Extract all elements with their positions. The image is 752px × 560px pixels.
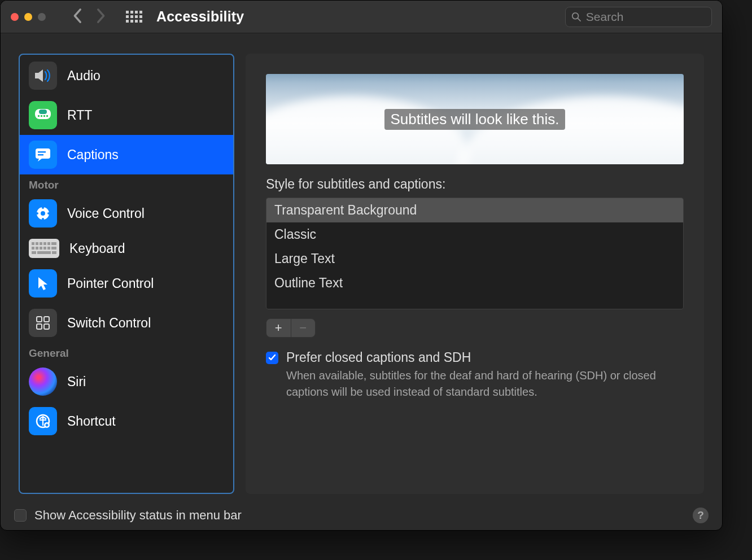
sidebar-item-shortcut[interactable]: Shortcut — [20, 401, 233, 441]
svg-rect-43 — [52, 251, 56, 254]
prefer-sdh-label[interactable]: Prefer closed captions and SDH — [286, 350, 670, 365]
search-field[interactable] — [565, 7, 712, 27]
sidebar-item-audio[interactable]: Audio — [20, 56, 233, 95]
sidebar-item-label: Shortcut — [67, 414, 116, 429]
svg-rect-11 — [139, 20, 142, 23]
zoom-window-button — [38, 13, 46, 21]
svg-point-27 — [36, 212, 38, 215]
svg-point-24 — [41, 211, 45, 216]
svg-line-13 — [578, 18, 580, 20]
svg-rect-29 — [32, 242, 34, 245]
svg-rect-39 — [47, 247, 50, 250]
svg-rect-35 — [32, 247, 34, 250]
style-row-large[interactable]: Large Text — [266, 247, 683, 271]
shortcut-icon — [29, 407, 57, 435]
svg-rect-20 — [36, 148, 50, 159]
search-icon — [571, 11, 582, 23]
search-input[interactable] — [586, 10, 706, 24]
sidebar-item-rtt[interactable]: RTT — [20, 95, 233, 135]
svg-rect-5 — [130, 15, 133, 18]
svg-rect-47 — [44, 324, 49, 329]
window-title: Accessibility — [156, 8, 559, 25]
svg-rect-3 — [139, 11, 142, 14]
sidebar-item-pointer-control[interactable]: Pointer Control — [20, 264, 233, 303]
sidebar-item-label: Keyboard — [69, 241, 125, 256]
style-list-buttons: + − — [266, 318, 316, 338]
section-general: General — [20, 343, 233, 362]
svg-rect-46 — [37, 324, 42, 329]
svg-rect-0 — [126, 11, 129, 14]
section-motor: Motor — [20, 174, 233, 194]
svg-rect-2 — [135, 11, 138, 14]
sidebar-item-switch-control[interactable]: Switch Control — [20, 303, 233, 343]
window-controls — [11, 13, 46, 21]
svg-rect-21 — [38, 151, 46, 153]
main-panel: Subtitles will look like this. Style for… — [246, 54, 704, 494]
help-button[interactable]: ? — [693, 508, 709, 523]
svg-rect-18 — [46, 115, 48, 117]
sidebar-item-label: Audio — [67, 68, 100, 84]
sidebar-item-label: Pointer Control — [67, 276, 154, 291]
body: Audio RTT Captions Motor — [1, 33, 722, 501]
svg-rect-4 — [126, 15, 129, 18]
svg-rect-15 — [38, 115, 40, 117]
sidebar-item-captions[interactable]: Captions — [20, 135, 233, 174]
svg-rect-6 — [135, 15, 138, 18]
sidebar-item-keyboard[interactable]: Keyboard — [20, 233, 233, 264]
titlebar: Accessibility — [1, 1, 722, 33]
svg-point-25 — [42, 207, 44, 209]
rtt-icon — [29, 101, 57, 129]
svg-rect-34 — [51, 242, 56, 245]
close-window-button[interactable] — [11, 13, 19, 21]
svg-rect-30 — [36, 242, 38, 245]
switch-control-icon — [29, 309, 57, 337]
svg-rect-36 — [36, 247, 38, 250]
svg-rect-17 — [43, 115, 45, 117]
show-status-checkbox[interactable] — [14, 509, 27, 522]
preferences-window: Accessibility Audio — [0, 0, 723, 531]
sidebar-item-label: Voice Control — [67, 206, 145, 221]
style-row-transparent[interactable]: Transparent Background — [266, 198, 683, 222]
add-style-button[interactable]: + — [266, 319, 291, 337]
style-row-classic[interactable]: Classic — [266, 222, 683, 247]
minimize-window-button[interactable] — [24, 13, 32, 21]
style-label: Style for subtitles and captions: — [266, 177, 684, 192]
audio-icon — [29, 62, 57, 90]
svg-rect-22 — [38, 154, 43, 156]
remove-style-button: − — [291, 319, 316, 337]
sidebar-item-voice-control[interactable]: Voice Control — [20, 194, 233, 233]
svg-rect-42 — [37, 251, 51, 254]
svg-point-26 — [42, 218, 44, 220]
sidebar-item-label: RTT — [67, 108, 92, 123]
style-row-outline[interactable]: Outline Text — [266, 271, 683, 295]
sidebar[interactable]: Audio RTT Captions Motor — [19, 54, 234, 494]
svg-rect-41 — [32, 251, 36, 254]
svg-rect-32 — [43, 242, 46, 245]
keyboard-icon — [29, 239, 59, 258]
svg-point-28 — [47, 212, 50, 215]
prefer-sdh-checkbox[interactable] — [266, 352, 278, 364]
show-status-label[interactable]: Show Accessibility status in menu bar — [34, 508, 242, 523]
show-all-button[interactable] — [126, 11, 143, 23]
voice-control-icon — [29, 199, 57, 228]
svg-rect-19 — [39, 110, 47, 114]
checkmark-icon — [268, 354, 276, 362]
sidebar-item-label: Siri — [67, 374, 86, 390]
svg-rect-37 — [40, 247, 42, 250]
svg-rect-31 — [40, 242, 42, 245]
style-list[interactable]: Transparent Background Classic Large Tex… — [266, 198, 684, 309]
svg-rect-10 — [135, 20, 138, 23]
forward-button[interactable] — [95, 8, 106, 26]
subtitle-preview-text: Subtitles will look like this. — [384, 109, 565, 130]
svg-rect-9 — [130, 20, 133, 23]
svg-rect-33 — [47, 242, 50, 245]
svg-rect-1 — [130, 11, 133, 14]
svg-rect-40 — [51, 247, 56, 250]
svg-rect-44 — [37, 317, 42, 322]
back-button[interactable] — [73, 8, 83, 26]
sidebar-item-siri[interactable]: Siri — [20, 362, 233, 401]
svg-point-12 — [572, 12, 579, 19]
footer: Show Accessibility status in menu bar ? — [1, 501, 722, 530]
prefer-sdh-row: Prefer closed captions and SDH When avai… — [266, 350, 684, 400]
siri-icon — [29, 368, 57, 396]
